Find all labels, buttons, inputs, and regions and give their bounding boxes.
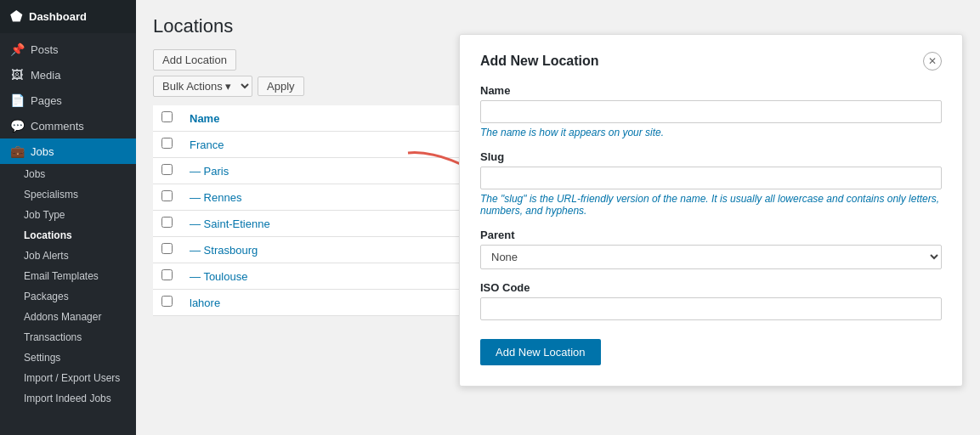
dashboard-icon: ⬟ (10, 8, 22, 25)
iso-input[interactable] (480, 297, 942, 320)
slug-input[interactable] (480, 167, 942, 189)
sidebar-sub-job-alerts[interactable]: Job Alerts (0, 246, 136, 266)
posts-icon: 📌 (10, 42, 24, 56)
add-new-location-modal: Add New Location ✕ Name The name is how … (459, 34, 963, 387)
sidebar-item-comments[interactable]: 💬 Comments (0, 113, 136, 138)
jobs-icon: 💼 (10, 144, 24, 158)
slug-label: Slug (480, 150, 942, 163)
add-location-button[interactable]: Add Location (153, 49, 236, 71)
select-all-checkbox[interactable] (161, 111, 173, 122)
modal-close-button[interactable]: ✕ (923, 52, 942, 71)
modal-title: Add New Location (480, 54, 599, 69)
row-checkbox[interactable] (161, 269, 173, 280)
name-column-header[interactable]: Name (190, 112, 219, 125)
sidebar-item-jobs[interactable]: 💼 Jobs (0, 138, 136, 164)
bulk-actions-select[interactable]: Bulk Actions ▾ (153, 76, 252, 97)
location-link[interactable]: — Strasbourg (190, 244, 258, 257)
sidebar-sub-menu: Jobs Specialisms Job Type Locations Job … (0, 164, 136, 409)
sidebar: ⬟ Dashboard 📌 Posts 🖼 Media 📄 Pages 💬 Co… (0, 0, 136, 435)
sidebar-sub-import-export[interactable]: Import / Export Users (0, 368, 136, 388)
parent-select[interactable]: None (480, 245, 942, 269)
row-checkbox[interactable] (161, 243, 173, 254)
row-checkbox[interactable] (161, 138, 173, 149)
media-icon: 🖼 (10, 68, 24, 82)
slug-field-group: Slug The "slug" is the URL-friendly vers… (480, 150, 942, 217)
sidebar-sub-import-indeed[interactable]: Import Indeed Jobs (0, 388, 136, 409)
row-checkbox[interactable] (161, 164, 173, 175)
location-link[interactable]: — Rennes (190, 191, 241, 204)
name-hint: The name is how it appears on your site. (480, 127, 942, 138)
sidebar-item-media[interactable]: 🖼 Media (0, 62, 136, 88)
pages-icon: 📄 (10, 93, 24, 107)
location-link[interactable]: — Toulouse (190, 270, 247, 283)
sidebar-dashboard[interactable]: ⬟ Dashboard (0, 0, 136, 33)
submit-add-location-button[interactable]: Add New Location (480, 339, 601, 365)
location-link[interactable]: — Saint-Etienne (190, 218, 270, 230)
sidebar-sub-settings[interactable]: Settings (0, 347, 136, 368)
name-field-group: Name The name is how it appears on your … (480, 84, 942, 138)
comments-icon: 💬 (10, 119, 24, 133)
parent-label: Parent (480, 229, 942, 241)
main-content: Locations Add Location Bulk Actions ▾ Ap… (136, 0, 980, 435)
slug-hint: The "slug" is the URL-friendly version o… (480, 193, 942, 217)
sidebar-sub-transactions[interactable]: Transactions (0, 327, 136, 347)
sidebar-item-pages[interactable]: 📄 Pages (0, 88, 136, 113)
row-checkbox[interactable] (161, 296, 173, 307)
parent-field-group: Parent None (480, 229, 942, 269)
location-link[interactable]: — Paris (190, 165, 229, 178)
apply-button[interactable]: Apply (258, 76, 304, 96)
row-checkbox[interactable] (161, 190, 173, 201)
iso-label: ISO Code (480, 281, 942, 294)
location-link[interactable]: lahore (190, 297, 220, 309)
iso-field-group: ISO Code (480, 281, 942, 320)
sidebar-sub-email-templates[interactable]: Email Templates (0, 266, 136, 286)
modal-header: Add New Location ✕ (480, 52, 942, 71)
location-link[interactable]: France (190, 138, 224, 151)
sidebar-sub-jobs[interactable]: Jobs (0, 164, 136, 184)
sidebar-sub-packages[interactable]: Packages (0, 286, 136, 307)
sidebar-sub-locations[interactable]: Locations (0, 225, 136, 246)
sidebar-sub-job-type[interactable]: Job Type (0, 205, 136, 225)
sidebar-item-posts[interactable]: 📌 Posts (0, 37, 136, 62)
sidebar-sub-addons-manager[interactable]: Addons Manager (0, 307, 136, 327)
name-label: Name (480, 84, 942, 97)
sidebar-sub-specialisms[interactable]: Specialisms (0, 184, 136, 205)
name-input[interactable] (480, 100, 942, 123)
row-checkbox[interactable] (161, 217, 173, 228)
